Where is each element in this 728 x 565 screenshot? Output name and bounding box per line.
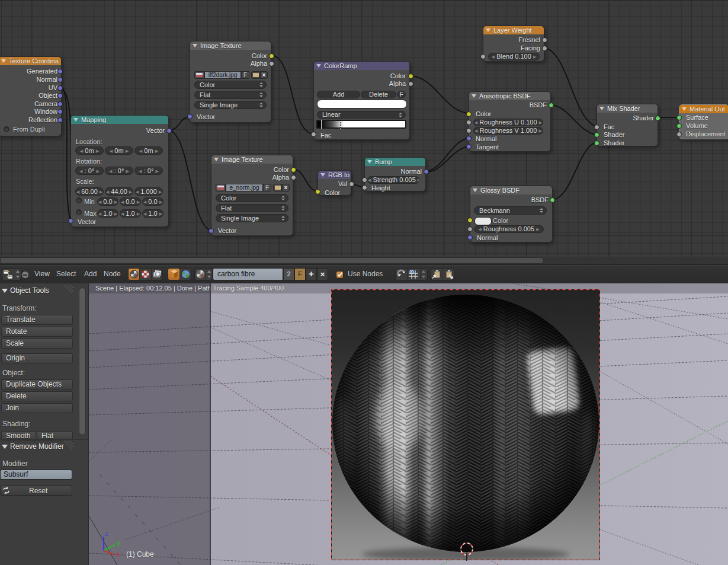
svg-text:z: z — [105, 529, 108, 538]
svg-text:x: x — [116, 550, 120, 558]
svg-text:y: y — [117, 539, 120, 547]
